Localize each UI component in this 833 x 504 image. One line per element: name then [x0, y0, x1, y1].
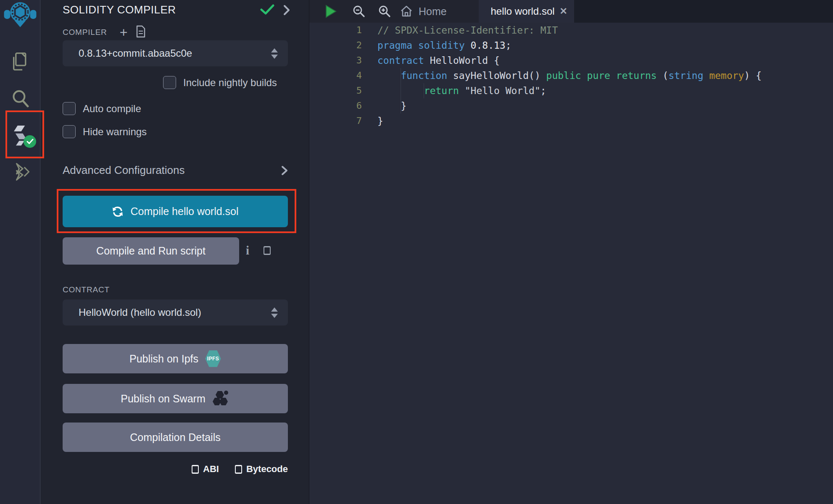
publish-ipfs-button[interactable]: Publish on Ipfs IPFS [63, 344, 288, 373]
panel-title: SOLIDITY COMPILER [63, 3, 176, 16]
home-icon [400, 5, 413, 18]
compile-check-icon [260, 4, 274, 17]
ipfs-icon: IPFS [205, 350, 221, 368]
contract-select[interactable]: HelloWorld (hello world.sol) [63, 299, 288, 326]
search-icon[interactable] [0, 89, 40, 108]
close-tab-icon[interactable]: ✕ [560, 6, 567, 17]
contract-select-value: HelloWorld (hello world.sol) [79, 307, 201, 318]
compile-button[interactable]: Compile hello world.sol [63, 196, 288, 227]
code-line[interactable]: return "Hello World"; [377, 83, 833, 98]
tab-home-label: Home [419, 5, 447, 18]
code-line[interactable]: contract HelloWorld { [377, 53, 833, 68]
refresh-icon [112, 206, 124, 218]
checkbox-label: Hide warnings [83, 126, 147, 138]
remix-logo-icon[interactable] [0, 2, 40, 28]
tab-hello-world-sol[interactable]: hello world.sol ✕ [479, 0, 574, 23]
panel-chevron-right-icon[interactable] [283, 4, 290, 18]
code-line[interactable]: } [377, 113, 833, 129]
checkbox-box[interactable] [63, 125, 76, 138]
publish-swarm-button[interactable]: Publish on Swarm [63, 384, 288, 413]
compile-and-run-button[interactable]: Compile and Run script [63, 237, 239, 265]
copy-bytecode-button[interactable]: Bytecode [235, 464, 288, 475]
contract-section-label: CONTRACT [63, 285, 110, 294]
publish-ipfs-label: Publish on Ipfs [129, 353, 198, 365]
compiler-doc-icon[interactable] [136, 25, 146, 39]
select-arrows-icon [271, 307, 278, 318]
advanced-configurations-toggle[interactable]: Advanced Configurations [63, 164, 288, 177]
deploy-run-ethereum-icon[interactable] [0, 163, 40, 181]
add-compiler-plus-icon[interactable]: + [120, 27, 128, 37]
checkbox-label: Include nightly builds [183, 77, 277, 89]
code-area[interactable]: 1234567 // SPDX-License-Identifier: MITp… [309, 23, 833, 504]
info-icon[interactable]: i [246, 244, 249, 257]
line-numbers: 1234567 [309, 23, 362, 129]
zoom-out-icon[interactable] [353, 0, 365, 23]
compilation-details-button[interactable]: Compilation Details [63, 423, 288, 452]
auto-compile-checkbox[interactable]: Auto compile [63, 102, 141, 115]
compilation-details-label: Compilation Details [130, 431, 220, 444]
tab-file-label: hello world.sol [490, 5, 554, 17]
run-play-icon[interactable] [324, 0, 337, 23]
checkbox-box[interactable] [63, 102, 76, 115]
compiler-section-label: COMPILER [63, 28, 107, 37]
tab-home[interactable]: Home [392, 0, 455, 23]
publish-swarm-label: Publish on Swarm [121, 393, 205, 405]
copy-icon [235, 465, 242, 474]
code-content[interactable]: // SPDX-License-Identifier: MITpragma so… [377, 23, 833, 129]
checkbox-label: Auto compile [83, 103, 141, 115]
hide-warnings-checkbox[interactable]: Hide warnings [63, 125, 147, 138]
solidity-compiler-panel: SOLIDITY COMPILER COMPILER + 0.8.13+comm… [41, 0, 309, 504]
checkbox-box[interactable] [163, 76, 176, 89]
copy-icon[interactable] [264, 246, 271, 255]
abi-label: ABI [203, 464, 219, 475]
include-nightly-builds-checkbox[interactable]: Include nightly builds [163, 76, 277, 89]
bytecode-label: Bytecode [246, 464, 288, 475]
swarm-icon [212, 390, 230, 407]
compiler-version-select[interactable]: 0.8.13+commit.abaa5c0e [63, 40, 288, 66]
select-arrows-icon [271, 48, 278, 59]
compiler-version-value: 0.8.13+commit.abaa5c0e [79, 47, 192, 59]
code-line[interactable]: pragma solidity 0.8.13; [377, 38, 833, 53]
code-line[interactable]: } [377, 98, 833, 113]
editor-tab-bar: Home hello world.sol ✕ [309, 0, 833, 23]
copy-abi-button[interactable]: ABI [192, 464, 219, 475]
advanced-configurations-label: Advanced Configurations [63, 164, 281, 177]
icon-sidebar [0, 0, 40, 504]
compile-button-label: Compile hello world.sol [130, 205, 238, 218]
compile-success-badge [24, 135, 36, 148]
code-line[interactable]: function sayHelloWorld() public pure ret… [377, 68, 833, 83]
copy-icon [192, 465, 199, 474]
code-editor: Home hello world.sol ✕ 1234567 // SPDX-L… [309, 0, 833, 504]
zoom-in-icon[interactable] [378, 0, 391, 23]
file-explorer-icon[interactable] [0, 52, 40, 71]
compile-run-label: Compile and Run script [96, 245, 206, 257]
chevron-right-icon [281, 165, 288, 176]
code-line[interactable]: // SPDX-License-Identifier: MIT [377, 23, 833, 38]
